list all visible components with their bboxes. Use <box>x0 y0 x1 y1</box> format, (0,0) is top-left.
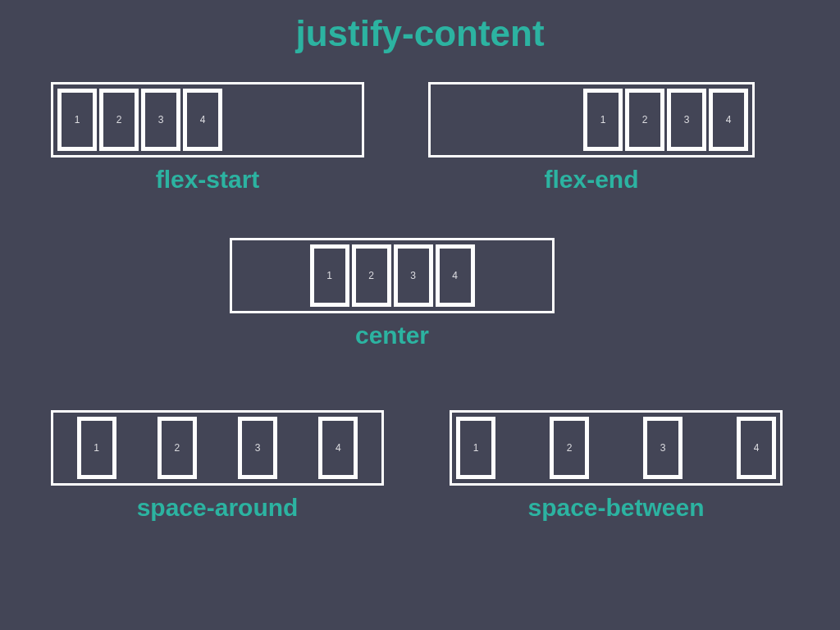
flex-container: 1 2 3 4 <box>51 410 384 486</box>
flex-item: 2 <box>158 417 197 479</box>
flex-container: 1 2 3 4 <box>230 238 555 313</box>
flex-item: 1 <box>310 244 349 307</box>
example-space-around: 1 2 3 4 space-around <box>51 410 384 522</box>
flex-item: 3 <box>238 417 277 479</box>
flex-item: 1 <box>57 89 97 151</box>
flex-item: 1 <box>583 89 623 151</box>
flex-item: 2 <box>550 417 589 479</box>
flex-item: 3 <box>667 89 706 151</box>
flex-item: 4 <box>737 417 776 479</box>
flex-item: 1 <box>77 417 116 479</box>
example-flex-end: 1 2 3 4 flex-end <box>428 82 755 194</box>
flex-item: 3 <box>394 244 433 307</box>
example-label: space-between <box>450 494 783 522</box>
flex-item: 2 <box>352 244 391 307</box>
example-label: flex-end <box>428 166 755 194</box>
flex-item: 4 <box>318 417 358 479</box>
example-label: flex-start <box>51 166 364 194</box>
page-title: justify-content <box>0 0 840 54</box>
example-flex-start: 1 2 3 4 flex-start <box>51 82 364 194</box>
flex-item: 4 <box>709 89 748 151</box>
flex-item: 4 <box>183 89 222 151</box>
flex-item: 3 <box>643 417 682 479</box>
flex-container: 1 2 3 4 <box>450 410 783 486</box>
example-center: 1 2 3 4 center <box>230 238 555 349</box>
flex-item: 1 <box>456 417 495 479</box>
flex-item: 4 <box>436 244 475 307</box>
flex-item: 2 <box>99 89 139 151</box>
flex-item: 3 <box>141 89 180 151</box>
example-label: center <box>230 322 555 349</box>
flex-container: 1 2 3 4 <box>51 82 364 158</box>
example-label: space-around <box>51 494 384 522</box>
flex-container: 1 2 3 4 <box>428 82 755 158</box>
example-space-between: 1 2 3 4 space-between <box>450 410 783 522</box>
flex-item: 2 <box>625 89 664 151</box>
